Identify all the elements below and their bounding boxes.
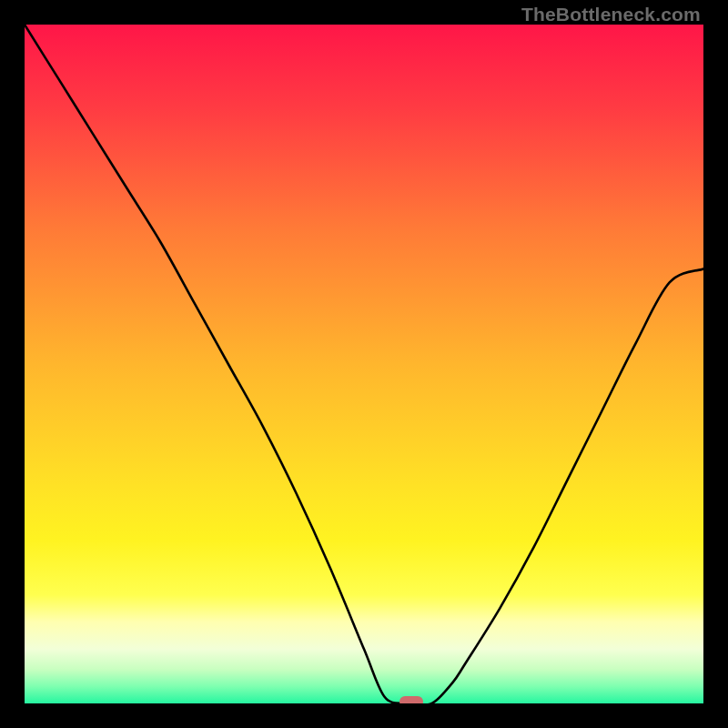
optimal-marker <box>399 696 423 703</box>
plot-area <box>25 25 703 703</box>
watermark-text: TheBottleneck.com <box>521 4 701 25</box>
bottleneck-curve <box>25 25 703 703</box>
curve-layer <box>25 25 703 703</box>
chart-container: TheBottleneck.com <box>0 0 728 728</box>
